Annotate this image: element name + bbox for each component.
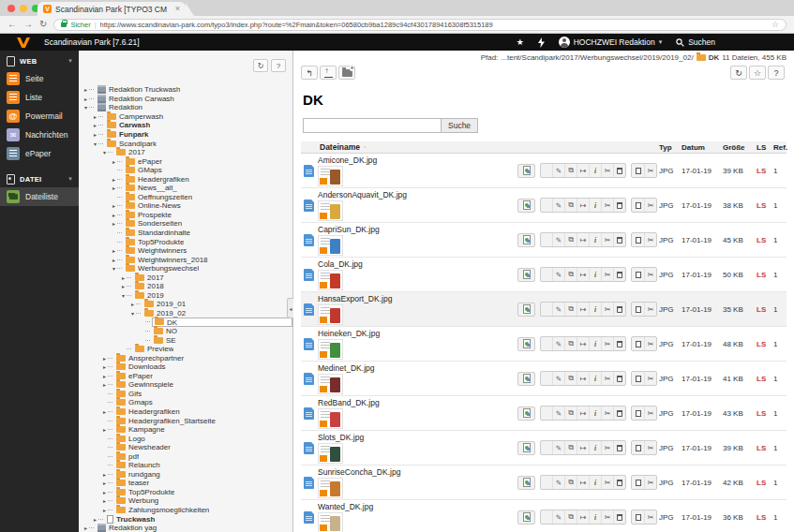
file-thumbnail[interactable] bbox=[318, 270, 343, 290]
move-button[interactable] bbox=[577, 233, 589, 246]
folder-label[interactable]: Funpark bbox=[119, 130, 149, 139]
folder-label[interactable]: News__alt_ bbox=[138, 184, 177, 192]
module-menu-item[interactable]: Powermail bbox=[0, 107, 79, 126]
expand-toggle-icon[interactable] bbox=[111, 158, 117, 165]
move-button[interactable] bbox=[577, 303, 589, 316]
edit-button[interactable] bbox=[552, 164, 564, 177]
new-folder-button[interactable] bbox=[338, 66, 355, 80]
reference-count[interactable]: 1 bbox=[773, 340, 785, 348]
view-button[interactable] bbox=[517, 337, 535, 351]
tree-item[interactable]: Standardinhalte bbox=[79, 229, 292, 238]
view-button[interactable] bbox=[517, 406, 535, 421]
expand-toggle-icon[interactable] bbox=[111, 257, 117, 263]
reference-count[interactable]: 1 bbox=[773, 271, 785, 279]
tree-help-icon[interactable]: ? bbox=[271, 59, 286, 72]
expand-toggle-icon[interactable] bbox=[101, 408, 108, 415]
edit-button[interactable] bbox=[552, 372, 564, 385]
folder-label[interactable]: Headergrafiken bbox=[138, 175, 189, 184]
file-thumbnail[interactable] bbox=[318, 235, 343, 256]
folder-label[interactable]: 2019_02 bbox=[157, 309, 186, 318]
module-section-web[interactable]: WEB ▾ bbox=[0, 52, 79, 69]
folder-label[interactable]: pdf bbox=[128, 452, 139, 461]
window-minimize-button[interactable] bbox=[20, 5, 27, 12]
folder-label[interactable]: Werbungswechsel bbox=[138, 264, 199, 273]
expand-toggle-icon[interactable] bbox=[129, 301, 136, 307]
cut-button[interactable] bbox=[601, 441, 613, 454]
folder-label[interactable]: Zahlungsmoeglichkeiten bbox=[128, 506, 209, 514]
folder-label[interactable]: Scandipark bbox=[119, 140, 157, 148]
clipboard-cut-button[interactable] bbox=[644, 372, 656, 385]
tree-item[interactable]: Oeffnungszeiten bbox=[79, 193, 292, 202]
localization-link[interactable]: LS bbox=[757, 167, 773, 175]
folder-label[interactable]: Redaktion Truckwash bbox=[109, 85, 180, 94]
tree-item[interactable]: Camperwash bbox=[79, 112, 292, 122]
folder-label[interactable]: ePaper bbox=[138, 157, 162, 166]
folder-label[interactable]: Redaktion yag bbox=[109, 524, 157, 532]
file-thumbnail[interactable] bbox=[318, 166, 343, 186]
replace-button[interactable] bbox=[564, 233, 577, 246]
file-thumbnail[interactable] bbox=[318, 304, 343, 325]
folder-label[interactable]: Relaunch bbox=[128, 461, 160, 469]
reference-count[interactable]: 1 bbox=[773, 444, 785, 452]
file-name-link[interactable]: CapriSun_DK.jpg bbox=[318, 225, 380, 234]
folder-label[interactable]: Redaktion Carwash bbox=[109, 95, 174, 103]
tree-item[interactable]: Redaktion Truckwash bbox=[79, 85, 292, 95]
expand-toggle-icon[interactable] bbox=[101, 489, 108, 495]
file-thumbnail[interactable] bbox=[318, 443, 343, 464]
folder-label[interactable]: Online-News bbox=[138, 201, 181, 210]
replace-button[interactable] bbox=[564, 337, 577, 350]
folder-label[interactable]: Newsheader bbox=[128, 443, 171, 451]
folder-label[interactable]: GMaps bbox=[138, 166, 162, 174]
folder-label[interactable]: rundgang bbox=[128, 470, 160, 479]
tree-item[interactable]: Weightwinners bbox=[79, 246, 292, 256]
tree-item[interactable]: 2019 bbox=[79, 291, 292, 301]
expand-toggle-icon[interactable] bbox=[92, 122, 98, 128]
cut-button[interactable] bbox=[601, 268, 613, 281]
move-button[interactable] bbox=[577, 164, 589, 177]
tree-item[interactable]: Carwash bbox=[79, 121, 292, 130]
edit-button[interactable] bbox=[552, 303, 564, 316]
file-name-link[interactable]: Amicone_DK.jpg bbox=[318, 155, 377, 165]
folder-label[interactable]: ePaper bbox=[128, 372, 153, 380]
tree-item[interactable]: Redaktion bbox=[79, 103, 292, 112]
view-button[interactable] bbox=[517, 510, 535, 525]
search-input[interactable] bbox=[303, 118, 442, 133]
replace-button[interactable] bbox=[564, 510, 577, 524]
folder-label[interactable]: SE bbox=[166, 336, 176, 345]
delete-button[interactable] bbox=[613, 337, 625, 350]
replace-button[interactable] bbox=[564, 406, 577, 420]
tab-close-icon[interactable]: × bbox=[175, 5, 180, 13]
reference-count[interactable]: 1 bbox=[773, 479, 785, 487]
tree-item[interactable]: Redaktion Carwash bbox=[79, 95, 292, 104]
delete-button[interactable] bbox=[613, 510, 625, 524]
move-button[interactable] bbox=[577, 268, 589, 281]
edit-button[interactable] bbox=[552, 233, 564, 246]
info-button[interactable] bbox=[589, 303, 601, 316]
module-menu-item[interactable]: Liste bbox=[0, 88, 79, 107]
view-button[interactable] bbox=[517, 268, 535, 282]
tree-item[interactable]: Headergrafiken bbox=[79, 174, 292, 184]
folder-label[interactable]: 2018 bbox=[147, 282, 164, 290]
clipboard-cut-button[interactable] bbox=[644, 233, 656, 246]
delete-button[interactable] bbox=[613, 268, 625, 281]
localization-link[interactable]: LS bbox=[757, 305, 773, 314]
info-button[interactable] bbox=[589, 199, 601, 212]
move-button[interactable] bbox=[577, 199, 589, 212]
folder-label[interactable]: Camperwash bbox=[119, 112, 163, 121]
expand-toggle-icon[interactable] bbox=[111, 202, 117, 209]
search-submit-button[interactable]: Suche bbox=[442, 118, 478, 133]
tree-item[interactable]: Gmaps bbox=[79, 398, 292, 407]
localization-link[interactable]: LS bbox=[757, 375, 773, 383]
expand-toggle-icon[interactable] bbox=[92, 516, 98, 523]
tree-item[interactable]: Werbung bbox=[79, 496, 292, 506]
folder-label[interactable]: Gmaps bbox=[128, 398, 153, 406]
view-button[interactable] bbox=[517, 476, 535, 490]
file-name-link[interactable]: HansaExport_DK.jpg bbox=[318, 294, 392, 303]
replace-button[interactable] bbox=[564, 303, 577, 316]
folder-label[interactable]: Prospekte bbox=[138, 211, 172, 219]
tree-item[interactable]: GMaps bbox=[79, 166, 292, 175]
expand-toggle-icon[interactable] bbox=[101, 381, 108, 388]
view-button[interactable] bbox=[517, 233, 535, 247]
edit-button[interactable] bbox=[552, 476, 564, 489]
replace-button[interactable] bbox=[564, 372, 577, 385]
